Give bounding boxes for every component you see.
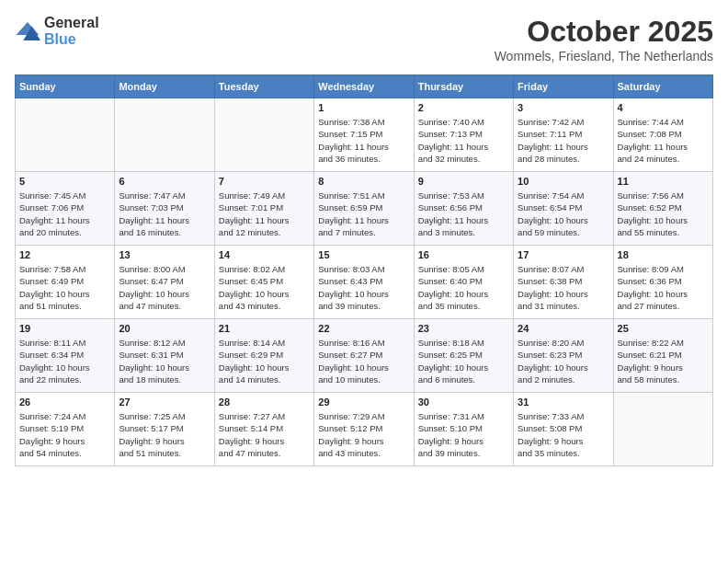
day-info: Sunrise: 7:45 AM Sunset: 7:06 PM Dayligh… [19, 190, 110, 238]
calendar-cell: 9Sunrise: 7:53 AM Sunset: 6:56 PM Daylig… [414, 172, 513, 246]
logo-icon [15, 20, 40, 42]
calendar-cell: 31Sunrise: 7:33 AM Sunset: 5:08 PM Dayli… [514, 393, 613, 466]
calendar-cell: 28Sunrise: 7:27 AM Sunset: 5:14 PM Dayli… [214, 393, 313, 466]
day-info: Sunrise: 7:49 AM Sunset: 7:01 PM Dayligh… [219, 190, 310, 238]
day-info: Sunrise: 8:02 AM Sunset: 6:45 PM Dayligh… [219, 263, 310, 312]
day-info: Sunrise: 7:38 AM Sunset: 7:15 PM Dayligh… [318, 116, 409, 165]
day-info: Sunrise: 8:05 AM Sunset: 6:40 PM Dayligh… [418, 263, 509, 312]
day-number: 23 [418, 323, 509, 334]
logo-general: General [44, 15, 99, 30]
calendar-cell: 16Sunrise: 8:05 AM Sunset: 6:40 PM Dayli… [414, 246, 513, 319]
day-info: Sunrise: 8:09 AM Sunset: 6:36 PM Dayligh… [618, 263, 709, 312]
page-header: General Blue October 2025 Wommels, Fries… [15, 15, 713, 63]
calendar-cell [613, 393, 712, 466]
day-info: Sunrise: 8:07 AM Sunset: 6:38 PM Dayligh… [518, 263, 609, 312]
calendar-cell: 22Sunrise: 8:16 AM Sunset: 6:27 PM Dayli… [314, 319, 414, 393]
day-info: Sunrise: 7:44 AM Sunset: 7:08 PM Dayligh… [618, 116, 709, 165]
day-number: 15 [318, 249, 409, 260]
day-number: 28 [219, 396, 310, 408]
calendar-cell: 14Sunrise: 8:02 AM Sunset: 6:45 PM Dayli… [214, 246, 313, 319]
calendar-cell: 8Sunrise: 7:51 AM Sunset: 6:59 PM Daylig… [314, 172, 414, 246]
day-number: 6 [119, 176, 210, 187]
calendar-cell: 6Sunrise: 7:47 AM Sunset: 7:03 PM Daylig… [115, 172, 214, 246]
header-thursday: Thursday [414, 75, 513, 98]
calendar-cell: 1Sunrise: 7:38 AM Sunset: 7:15 PM Daylig… [314, 98, 414, 172]
logo: General Blue [15, 15, 99, 48]
day-info: Sunrise: 7:33 AM Sunset: 5:08 PM Dayligh… [518, 410, 609, 459]
header-tuesday: Tuesday [214, 75, 313, 98]
week-row-4: 19Sunrise: 8:11 AM Sunset: 6:34 PM Dayli… [16, 319, 713, 393]
day-number: 14 [219, 249, 310, 260]
week-row-5: 26Sunrise: 7:24 AM Sunset: 5:19 PM Dayli… [16, 393, 713, 466]
calendar-cell: 10Sunrise: 7:54 AM Sunset: 6:54 PM Dayli… [514, 172, 613, 246]
calendar-cell: 21Sunrise: 8:14 AM Sunset: 6:29 PM Dayli… [214, 319, 313, 393]
calendar-cell: 5Sunrise: 7:45 AM Sunset: 7:06 PM Daylig… [16, 172, 115, 246]
calendar-cell: 2Sunrise: 7:40 AM Sunset: 7:13 PM Daylig… [414, 98, 513, 172]
calendar-cell: 11Sunrise: 7:56 AM Sunset: 6:52 PM Dayli… [613, 172, 712, 246]
day-number: 30 [418, 396, 509, 408]
day-info: Sunrise: 8:22 AM Sunset: 6:21 PM Dayligh… [618, 337, 709, 385]
day-number: 1 [318, 102, 409, 113]
day-number: 13 [119, 249, 210, 260]
calendar-cell: 20Sunrise: 8:12 AM Sunset: 6:31 PM Dayli… [115, 319, 214, 393]
day-info: Sunrise: 7:53 AM Sunset: 6:56 PM Dayligh… [418, 190, 509, 238]
calendar-cell: 25Sunrise: 8:22 AM Sunset: 6:21 PM Dayli… [613, 319, 712, 393]
day-number: 4 [618, 102, 709, 113]
day-info: Sunrise: 8:16 AM Sunset: 6:27 PM Dayligh… [318, 337, 409, 385]
day-number: 17 [518, 249, 609, 260]
title-block: October 2025 Wommels, Friesland, The Net… [495, 15, 713, 63]
calendar-cell [16, 98, 115, 172]
day-number: 12 [19, 249, 110, 260]
day-number: 2 [418, 102, 509, 113]
calendar-cell: 29Sunrise: 7:29 AM Sunset: 5:12 PM Dayli… [314, 393, 414, 466]
day-info: Sunrise: 8:18 AM Sunset: 6:25 PM Dayligh… [418, 337, 509, 385]
week-row-3: 12Sunrise: 7:58 AM Sunset: 6:49 PM Dayli… [16, 246, 713, 319]
day-number: 19 [19, 323, 110, 334]
day-number: 31 [518, 396, 609, 408]
header-wednesday: Wednesday [314, 75, 414, 98]
day-number: 7 [219, 176, 310, 187]
day-number: 10 [518, 176, 609, 187]
day-info: Sunrise: 7:25 AM Sunset: 5:17 PM Dayligh… [119, 410, 210, 459]
calendar-cell: 27Sunrise: 7:25 AM Sunset: 5:17 PM Dayli… [115, 393, 214, 466]
day-info: Sunrise: 7:51 AM Sunset: 6:59 PM Dayligh… [318, 190, 409, 238]
month-title: October 2025 [495, 15, 713, 49]
logo-text: General Blue [44, 15, 99, 48]
day-number: 8 [318, 176, 409, 187]
calendar-table: SundayMondayTuesdayWednesdayThursdayFrid… [15, 75, 713, 466]
day-number: 16 [418, 249, 509, 260]
day-number: 5 [19, 176, 110, 187]
week-row-1: 1Sunrise: 7:38 AM Sunset: 7:15 PM Daylig… [16, 98, 713, 172]
day-number: 3 [518, 102, 609, 113]
calendar-cell: 13Sunrise: 8:00 AM Sunset: 6:47 PM Dayli… [115, 246, 214, 319]
day-info: Sunrise: 7:42 AM Sunset: 7:11 PM Dayligh… [518, 116, 609, 165]
day-number: 18 [618, 249, 709, 260]
day-number: 21 [219, 323, 310, 334]
header-friday: Friday [514, 75, 613, 98]
calendar-cell: 3Sunrise: 7:42 AM Sunset: 7:11 PM Daylig… [514, 98, 613, 172]
day-info: Sunrise: 7:56 AM Sunset: 6:52 PM Dayligh… [618, 190, 709, 238]
day-info: Sunrise: 7:29 AM Sunset: 5:12 PM Dayligh… [318, 410, 409, 459]
calendar-cell: 26Sunrise: 7:24 AM Sunset: 5:19 PM Dayli… [16, 393, 115, 466]
day-info: Sunrise: 7:54 AM Sunset: 6:54 PM Dayligh… [518, 190, 609, 238]
header-saturday: Saturday [613, 75, 712, 98]
day-number: 11 [618, 176, 709, 187]
header-row: SundayMondayTuesdayWednesdayThursdayFrid… [16, 75, 713, 98]
day-info: Sunrise: 7:40 AM Sunset: 7:13 PM Dayligh… [418, 116, 509, 165]
day-info: Sunrise: 7:47 AM Sunset: 7:03 PM Dayligh… [119, 190, 210, 238]
logo-blue: Blue [44, 31, 76, 47]
day-info: Sunrise: 7:31 AM Sunset: 5:10 PM Dayligh… [418, 410, 509, 459]
calendar-cell [115, 98, 214, 172]
day-info: Sunrise: 8:03 AM Sunset: 6:43 PM Dayligh… [318, 263, 409, 312]
calendar-cell: 4Sunrise: 7:44 AM Sunset: 7:08 PM Daylig… [613, 98, 712, 172]
day-info: Sunrise: 8:00 AM Sunset: 6:47 PM Dayligh… [119, 263, 210, 312]
day-number: 22 [318, 323, 409, 334]
calendar-cell: 18Sunrise: 8:09 AM Sunset: 6:36 PM Dayli… [613, 246, 712, 319]
calendar-cell: 23Sunrise: 8:18 AM Sunset: 6:25 PM Dayli… [414, 319, 513, 393]
day-number: 24 [518, 323, 609, 334]
calendar-cell [214, 98, 313, 172]
day-info: Sunrise: 8:12 AM Sunset: 6:31 PM Dayligh… [119, 337, 210, 385]
calendar-cell: 7Sunrise: 7:49 AM Sunset: 7:01 PM Daylig… [214, 172, 313, 246]
day-info: Sunrise: 8:20 AM Sunset: 6:23 PM Dayligh… [518, 337, 609, 385]
header-sunday: Sunday [16, 75, 115, 98]
